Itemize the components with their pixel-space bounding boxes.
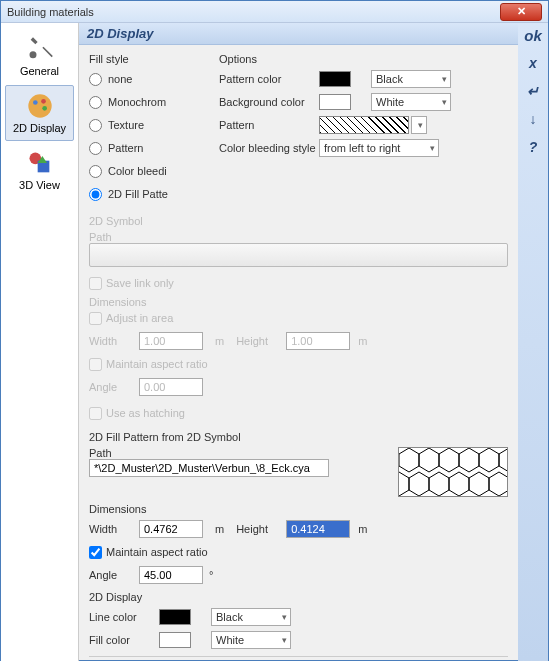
chk-adjust [89, 312, 102, 325]
sidebar-item-general[interactable]: General [5, 29, 74, 83]
unit-m: m [215, 523, 224, 535]
aspect-label: Maintain aspect ratio [106, 358, 208, 370]
aspect-label2: Maintain aspect ratio [106, 546, 208, 558]
pattern-dropdown[interactable] [411, 116, 427, 134]
ok-button[interactable]: ok [521, 25, 545, 45]
symbol2d-path-input [89, 243, 508, 267]
pattern-label: Pattern [219, 119, 319, 131]
sidebar: General 2D Display 3D View [1, 23, 79, 661]
radio-label: 2D Fill Patte [108, 188, 168, 200]
close-button[interactable]: ✕ [500, 3, 542, 21]
line-color-label: Line color [89, 611, 159, 623]
fillpattern-preview [398, 447, 508, 497]
bg-color-label: Background color [219, 96, 319, 108]
cancel-button[interactable]: x [521, 53, 545, 73]
radio-monochrom[interactable] [89, 96, 102, 109]
angle-label: Angle [89, 381, 139, 393]
symbol2d-path-label: Path [89, 231, 508, 243]
bleed-label: Color bleeding style [219, 142, 319, 154]
symbol2d-width-input [139, 332, 203, 350]
symbol2d-title: 2D Symbol [89, 215, 508, 227]
fill-color-dropdown[interactable]: White [211, 631, 291, 649]
sidebar-item-3d-view[interactable]: 3D View [5, 143, 74, 197]
radio-texture[interactable] [89, 119, 102, 132]
radio-label: Color bleedi [108, 165, 167, 177]
radio-label: Pattern [108, 142, 143, 154]
radio-pattern[interactable] [89, 142, 102, 155]
radio-2dfillpattern[interactable] [89, 188, 102, 201]
help-button[interactable]: ? [521, 137, 545, 157]
palette-icon [26, 92, 54, 120]
pattern-color-swatch[interactable] [319, 71, 351, 87]
fillstyle-title: Fill style [89, 53, 199, 65]
down-button[interactable]: ↓ [521, 109, 545, 129]
angle-label2: Angle [89, 569, 139, 581]
group-fill-pattern: 2D Fill Pattern from 2D Symbol Path [89, 431, 508, 663]
width-label: Width [89, 335, 139, 347]
line-color-swatch[interactable] [159, 609, 191, 625]
fillpattern-angle-input[interactable] [139, 566, 203, 584]
symbol2d-height-input [286, 332, 350, 350]
window-title: Building materials [7, 6, 500, 18]
shapes-3d-icon [26, 149, 54, 177]
height-label2: Height [236, 523, 286, 535]
fillpattern-disp-label: 2D Display [89, 591, 508, 603]
radio-label: Monochrom [108, 96, 166, 108]
svg-point-0 [28, 94, 51, 117]
fillpattern-height-input[interactable] [286, 520, 350, 538]
svg-point-1 [33, 100, 38, 105]
fillpattern-path-input[interactable] [89, 459, 329, 477]
sidebar-item-label: 2D Display [13, 122, 66, 134]
tools-icon [26, 35, 54, 63]
chk-aspect2[interactable] [89, 546, 102, 559]
fill-color-label: Fill color [89, 634, 159, 646]
unit-m: m [358, 335, 367, 347]
options-title: Options [219, 53, 508, 65]
width-label2: Width [89, 523, 139, 535]
unit-m: m [215, 335, 224, 347]
bg-color-swatch[interactable] [319, 94, 351, 110]
sidebar-item-label: General [20, 65, 59, 77]
rightbar: ok x ↵ ↓ ? [518, 23, 548, 661]
radio-label: Texture [108, 119, 144, 131]
fillpattern-width-input[interactable] [139, 520, 203, 538]
bg-color-dropdown[interactable]: White [371, 93, 451, 111]
svg-point-2 [41, 99, 46, 104]
chk-aspect1 [89, 358, 102, 371]
pattern-color-label: Pattern color [219, 73, 319, 85]
pattern-preview[interactable] [319, 116, 409, 134]
radio-label: none [108, 73, 132, 85]
sidebar-item-2d-display[interactable]: 2D Display [5, 85, 74, 141]
page-title: 2D Display [79, 23, 518, 45]
pattern-color-dropdown[interactable]: Black [371, 70, 451, 88]
fill-color-swatch[interactable] [159, 632, 191, 648]
chk-hatch1 [89, 407, 102, 420]
height-label: Height [236, 335, 286, 347]
sidebar-item-label: 3D View [19, 179, 60, 191]
fillpattern-title: 2D Fill Pattern from 2D Symbol [89, 431, 508, 443]
adjust-label: Adjust in area [106, 312, 173, 324]
svg-point-3 [42, 106, 47, 111]
symbol2d-dims-label: Dimensions [89, 296, 508, 308]
fillpattern-path-label: Path [89, 447, 398, 459]
group-2d-symbol: 2D Symbol Path Save link only Dimensions… [89, 215, 508, 423]
chk-savelink [89, 277, 102, 290]
deg-unit: ° [209, 569, 213, 581]
radio-none[interactable] [89, 73, 102, 86]
titlebar: Building materials ✕ [1, 1, 548, 23]
radio-colorbleed[interactable] [89, 165, 102, 178]
symbol2d-angle-input [139, 378, 203, 396]
apply-button[interactable]: ↵ [521, 81, 545, 101]
savelink-label: Save link only [106, 277, 174, 289]
unit-m: m [358, 523, 367, 535]
line-color-dropdown[interactable]: Black [211, 608, 291, 626]
bleed-dropdown[interactable]: from left to right [319, 139, 439, 157]
hatch-label: Use as hatching [106, 407, 185, 419]
fillpattern-dims-label: Dimensions [89, 503, 508, 515]
